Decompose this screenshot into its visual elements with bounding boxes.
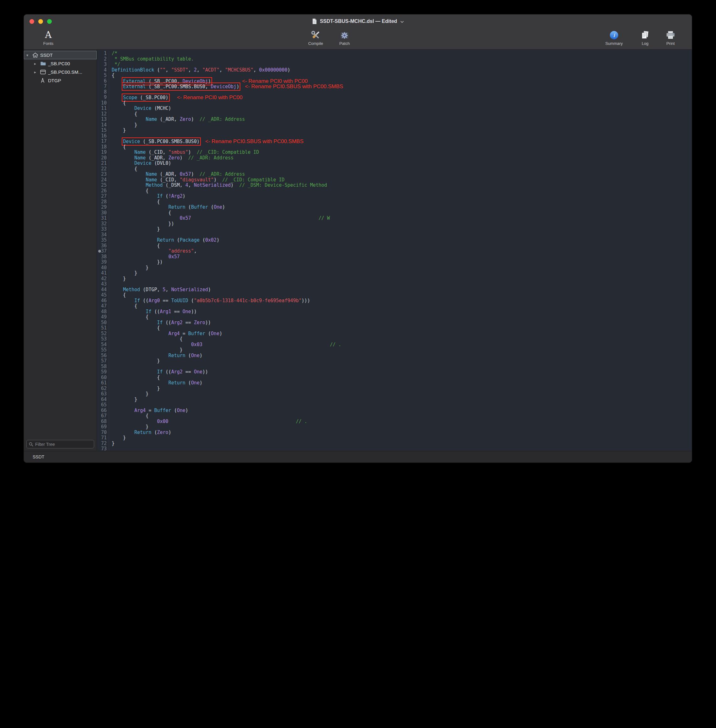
code-line[interactable]: 1/* (97, 51, 692, 56)
code-line[interactable]: 23 Name (_ADR, 0x57) // _ADR: Address (97, 171, 692, 177)
disclosure-triangle-icon[interactable]: ▸ (34, 70, 40, 74)
line-number: 23 (97, 171, 109, 177)
code-line[interactable]: 43 (97, 282, 692, 287)
code-line[interactable]: 4DefinitionBlock ("", "SSDT", 2, "ACDT",… (97, 67, 692, 73)
code-line[interactable]: 22 { (97, 166, 692, 172)
window-title[interactable]: SSDT-SBUS-MCHC.dsl — Edited (312, 18, 404, 24)
patch-button[interactable]: Patch (331, 29, 358, 46)
code-line[interactable]: 44 Method (DTGP, 5, NotSerialized) (97, 287, 692, 293)
code-line[interactable]: 17 Device (_SB.PC00.SMBS.BUS0) <- Rename… (97, 139, 692, 144)
compile-button[interactable]: Compile (302, 29, 329, 46)
code-line[interactable]: 9 Scope (_SB.PC00) <- Rename PCI0 with P… (97, 95, 692, 100)
disclosure-triangle-icon[interactable]: ▸ (34, 62, 40, 66)
code-line[interactable]: 68 0x00 // . (97, 419, 692, 425)
code-line[interactable]: 58 (97, 364, 692, 370)
code-line[interactable]: 65 (97, 402, 692, 408)
code-line[interactable]: 11 Device (MCHC) (97, 106, 692, 111)
code-line[interactable]: 40 } (97, 265, 692, 271)
code-line[interactable]: 8 (97, 89, 692, 95)
code-line[interactable]: 52 Arg4 = Buffer (One) (97, 331, 692, 337)
code-line[interactable]: 47 { (97, 303, 692, 309)
sidebar-item-sb-pc00[interactable]: ▸_SB.PC00 (24, 59, 97, 68)
code-line[interactable]: 13 Name (_ADR, Zero) // _ADR: Address (97, 117, 692, 122)
code-line[interactable]: 15 } (97, 128, 692, 133)
code-line[interactable]: 6 External (_SB_.PC00, DeviceObj) <- Ren… (97, 79, 692, 84)
code-line[interactable]: 29 Return (Buffer (One) (97, 205, 692, 210)
code-line[interactable]: 27 If (!Arg2) (97, 194, 692, 199)
line-number: 67 (97, 413, 109, 419)
code-line[interactable]: 53 { (97, 337, 692, 342)
code-line[interactable]: 66 Arg4 = Buffer (One) (97, 408, 692, 414)
code-line[interactable]: 46 If ((Arg0 == ToUUID ("a0b5b7c6-1318-4… (97, 298, 692, 304)
code-text: } (109, 122, 137, 128)
code-line[interactable]: 54 0x03 // . (97, 342, 692, 348)
code-line[interactable]: 31 0x57 // W (97, 215, 692, 221)
code-line[interactable]: 16 (97, 133, 692, 139)
code-line[interactable]: 24 Name (_CID, "diagsvault") // _CID: Co… (97, 177, 692, 183)
code-line[interactable]: 60 { (97, 375, 692, 381)
code-line[interactable]: 32 }) (97, 221, 692, 227)
code-text: } (109, 424, 149, 430)
code-line[interactable]: 49 { (97, 314, 692, 320)
code-line[interactable]: 33 } (97, 226, 692, 232)
code-line[interactable]: 61 Return (One) (97, 380, 692, 386)
code-line[interactable]: 59 If ((Arg2 == One)) (97, 369, 692, 375)
code-editor[interactable]: 1/*2 * SMBus compatibility table.3 */4De… (97, 50, 692, 451)
code-line[interactable]: 64 } (97, 397, 692, 403)
code-line[interactable]: 63 } (97, 391, 692, 397)
code-line[interactable]: 37 "address", (97, 249, 692, 254)
code-line[interactable]: 18 { (97, 144, 692, 150)
sidebar-item-dtgp[interactable]: DTGP (24, 76, 97, 85)
code-line[interactable]: 34 (97, 232, 692, 238)
code-line[interactable]: 12 { (97, 111, 692, 117)
code-line[interactable]: 3 */ (97, 62, 692, 67)
code-line[interactable]: 55 } (97, 347, 692, 353)
code-line[interactable]: 7 External (_SB_.PC00.SMBS.BUS0, DeviceO… (97, 84, 692, 89)
minimize-button[interactable] (38, 19, 43, 24)
line-number: 1 (97, 51, 109, 56)
code-line[interactable]: 45 { (97, 293, 692, 298)
code-line[interactable]: 25 Method (_DSM, 4, NotSerialized) // _D… (97, 183, 692, 188)
code-line[interactable]: 62 } (97, 386, 692, 391)
code-line[interactable]: 41 } (97, 270, 692, 276)
code-line[interactable]: 72} (97, 441, 692, 446)
code-line[interactable]: 26 { (97, 188, 692, 194)
code-line[interactable]: 67 { (97, 413, 692, 419)
print-button[interactable]: Print (657, 29, 684, 46)
code-line[interactable]: 20 Name (_ADR, Zero) // _ADR: Address (97, 155, 692, 161)
code-line[interactable]: 30 { (97, 210, 692, 216)
line-number: 30 (97, 210, 109, 216)
code-line[interactable]: 19 Name (_CID, "smbus") // _CID: Compati… (97, 150, 692, 155)
code-line[interactable]: 38 0x57 (97, 254, 692, 260)
code-line[interactable]: 51 { (97, 325, 692, 331)
code-line[interactable]: 48 If ((Arg1 == One)) (97, 309, 692, 315)
code-line[interactable]: 35 Return (Package (0x02) (97, 238, 692, 243)
code-line[interactable]: 10 { (97, 100, 692, 106)
close-button[interactable] (29, 19, 34, 24)
code-line[interactable]: 71 } (97, 435, 692, 441)
code-line[interactable]: 28 { (97, 199, 692, 205)
zoom-button[interactable] (47, 19, 52, 24)
filter-tree-input[interactable] (35, 442, 92, 447)
code-line[interactable]: 50 If ((Arg2 == Zero)) (97, 320, 692, 326)
line-number: 19 (97, 150, 109, 155)
code-line[interactable]: 57 } (97, 358, 692, 364)
log-button[interactable]: Log (632, 29, 658, 46)
line-number: 44 (97, 287, 109, 293)
code-line[interactable]: 2 * SMBus compatibility table. (97, 56, 692, 62)
code-line[interactable]: 5{ (97, 73, 692, 79)
code-line[interactable]: 42 } (97, 276, 692, 282)
fonts-button[interactable]: A Fonts (35, 29, 62, 46)
code-line[interactable]: 56 Return (One) (97, 353, 692, 359)
code-line[interactable]: 14 } (97, 122, 692, 128)
code-line[interactable]: 39 }) (97, 259, 692, 265)
sidebar-item-ssdt[interactable]: ▾SSDT (24, 51, 97, 59)
code-line[interactable]: 36 { (97, 243, 692, 249)
code-line[interactable]: 21 Device (DVL0) (97, 161, 692, 166)
code-line[interactable]: 73 (97, 446, 692, 451)
code-line[interactable]: 70 Return (Zero) (97, 430, 692, 435)
disclosure-triangle-icon[interactable]: ▾ (26, 53, 32, 58)
sidebar-item-sb-pc00-sm[interactable]: ▸_SB.PC00.SM... (24, 68, 97, 76)
summary-button[interactable]: i Summary (601, 29, 627, 46)
code-line[interactable]: 69 } (97, 424, 692, 430)
